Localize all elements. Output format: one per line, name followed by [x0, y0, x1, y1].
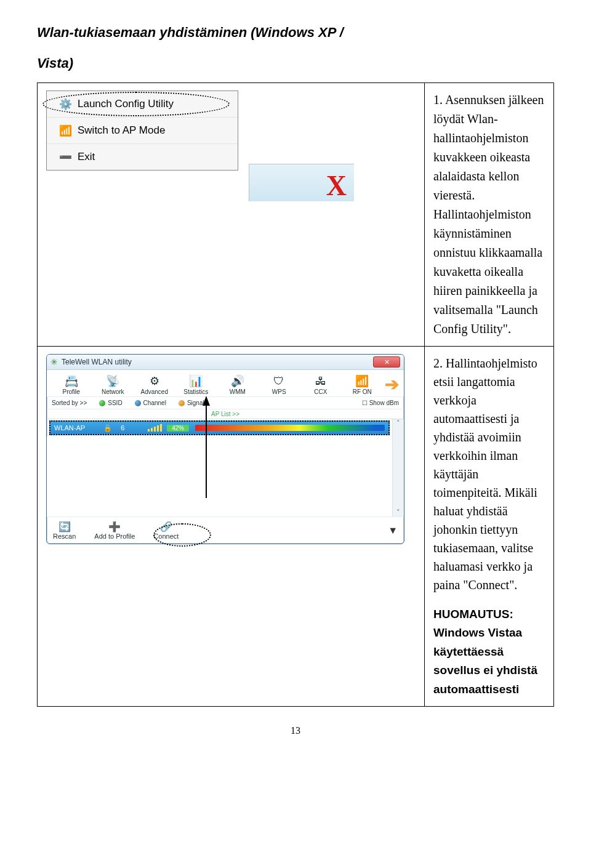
statistics-icon: 📊: [187, 374, 205, 388]
lock-icon: 🔒: [103, 424, 112, 432]
toolbar-profile[interactable]: 📇Profile: [50, 374, 92, 395]
sort-label: Signal: [187, 400, 204, 406]
page-title-line2: Vista): [37, 55, 554, 71]
menu-item-label: Switch to AP Mode: [78, 124, 165, 137]
highlight-ellipse-launch: [42, 92, 230, 116]
step-2-text: 2. Hallintaohjelmisto etsii langattomia …: [433, 354, 545, 594]
toolbar-advanced[interactable]: ⚙Advanced: [134, 374, 175, 395]
ap-channel: 6: [121, 424, 124, 432]
sort-signal[interactable]: Signal: [179, 400, 204, 406]
ccx-icon: 🖧: [312, 374, 330, 388]
expand-toggle-icon[interactable]: ▼: [388, 525, 398, 536]
menu-item-exit[interactable]: ➖ Exit: [47, 143, 238, 170]
bottom-toolbar: 🔄Rescan ➕Add to Profile 🔗Connect ▼: [47, 516, 404, 544]
app-icon: ✳: [50, 357, 58, 367]
dot-icon: [99, 400, 105, 406]
toolbar-wmm[interactable]: 🔊WMM: [217, 374, 259, 395]
rescan-button[interactable]: 🔄Rescan: [53, 521, 76, 540]
note-body: Windows Vistaa käytettäessä sovellus ei …: [433, 626, 537, 695]
wps-icon: 🛡: [270, 374, 288, 388]
rf-icon: 📶: [353, 374, 371, 388]
toolbar-label: Advanced: [141, 388, 168, 395]
toolbar-network[interactable]: 📡Network: [92, 374, 134, 395]
toolbar-label: WPS: [272, 388, 286, 395]
menu-item-label: Exit: [78, 151, 95, 163]
window-titlebar: ✳ TeleWell WLAN utility ✕: [47, 355, 404, 370]
showdbm-label: Show dBm: [369, 400, 399, 406]
ap-signal-pct: 42%: [167, 425, 189, 432]
dot-icon: [135, 400, 141, 406]
page-title-line1: Wlan-tukiasemaan yhdistäminen (Windows X…: [37, 25, 554, 41]
highlight-ellipse-connect: [153, 523, 211, 544]
sort-bar: Sorted by >> SSID Channel Signal ☐ Show …: [47, 397, 404, 409]
window-title-text: TeleWell WLAN utility: [62, 358, 132, 366]
step-1-text: 1. Asennuksen jälkeen löydät Wlan-hallin…: [425, 83, 554, 347]
show-dbm-checkbox[interactable]: ☐ Show dBm: [362, 400, 399, 406]
screenshot-wlan-utility: ✳ TeleWell WLAN utility ✕ 📇Profile 📡Netw…: [38, 347, 425, 707]
toolbar-label: RF ON: [353, 388, 372, 395]
dot-icon: [179, 400, 185, 406]
sort-label: Channel: [143, 400, 166, 406]
toolbar-label: Network: [102, 388, 124, 395]
toolbar-next-arrow[interactable]: ➔: [383, 374, 400, 395]
scroll-down-icon: ˅: [396, 508, 400, 516]
screenshot-context-menu: ⚙️ Launch Config Utility 📶 Switch to AP …: [38, 83, 425, 347]
bottom-label: Add to Profile: [94, 532, 135, 540]
ap-ssid: WLAN-AP: [54, 424, 85, 432]
bottom-label: Rescan: [53, 532, 76, 540]
note-label: HUOMAUTUS:: [433, 608, 513, 621]
advanced-icon: ⚙: [145, 374, 164, 388]
profile-icon: 📇: [62, 374, 81, 388]
window-close-button[interactable]: ✕: [373, 356, 400, 368]
wmm-icon: 🔊: [228, 374, 247, 388]
signal-bars-icon: [148, 424, 162, 432]
scrollbar[interactable]: ˄ ˅: [392, 419, 404, 516]
toolbar-label: Profile: [63, 388, 80, 395]
sortby-label: Sorted by >>: [52, 400, 87, 406]
ap-list-empty-area: [47, 436, 392, 516]
toolbar-ccx[interactable]: 🖧CCX: [300, 374, 342, 395]
toolbar-rfon[interactable]: 📶RF ON: [342, 374, 384, 395]
antenna-icon: 📶: [53, 124, 78, 137]
toolbar-wps[interactable]: 🛡WPS: [259, 374, 300, 395]
toolbar-label: WMM: [230, 388, 246, 395]
tray-close-icon: X: [326, 172, 354, 201]
toolbar-label: CCX: [314, 388, 327, 395]
arrow-right-icon: ➔: [385, 374, 399, 395]
toolbar-statistics[interactable]: 📊Statistics: [175, 374, 217, 395]
minus-icon: ➖: [53, 151, 78, 164]
add-icon: ➕: [108, 521, 121, 532]
toolbar-label: Statistics: [183, 388, 208, 395]
toolbar: 📇Profile 📡Network ⚙Advanced 📊Statistics …: [47, 370, 404, 397]
add-to-profile-button[interactable]: ➕Add to Profile: [94, 521, 135, 540]
sort-label: SSID: [108, 400, 122, 406]
sort-ssid[interactable]: SSID: [99, 400, 122, 406]
ap-row-selected[interactable]: WLAN-AP 🔒 6 42%: [49, 420, 390, 435]
page-number: 13: [37, 725, 554, 736]
signal-colorbar: [195, 425, 385, 431]
rescan-icon: 🔄: [58, 521, 71, 532]
sort-channel[interactable]: Channel: [135, 400, 166, 406]
network-icon: 📡: [103, 374, 122, 388]
ap-list-label: AP List >>: [47, 409, 404, 419]
scroll-up-icon: ˄: [396, 419, 400, 427]
taskbar-fragment: X: [249, 164, 354, 201]
menu-item-switch-ap[interactable]: 📶 Switch to AP Mode: [47, 117, 238, 143]
